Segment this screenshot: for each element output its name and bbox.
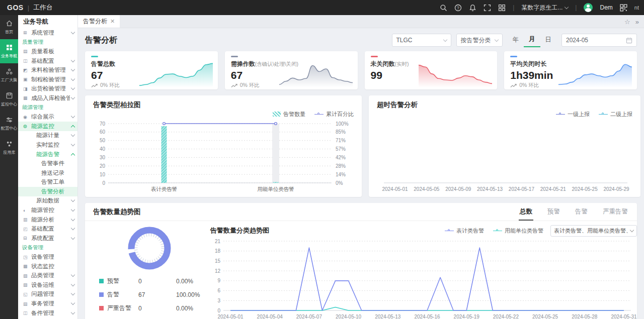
svg-text:2024-05-09: 2024-05-09 xyxy=(445,186,471,192)
tab-close-icon[interactable]: ✕ xyxy=(110,18,115,25)
legend-一级上报[interactable]: 一级上报 xyxy=(556,111,590,118)
help-icon[interactable]: ? xyxy=(454,4,462,12)
svg-text:2024-05-19: 2024-05-19 xyxy=(454,314,480,319)
sliders-icon xyxy=(6,116,13,124)
trend-tab-总数[interactable]: 总数 xyxy=(519,203,533,221)
pareto-chart[interactable]: 70100%6085%5071%4057%3042%2028%1014%00%表… xyxy=(93,119,354,194)
sidebar-item-实时监控[interactable]: 实时监控 xyxy=(18,140,77,150)
svg-text:0: 0 xyxy=(102,180,105,186)
chevron-down-icon xyxy=(71,133,75,137)
rail-item-工厂大脑[interactable]: 工厂大脑 xyxy=(0,63,18,87)
menu-icon: ◰ xyxy=(23,227,29,232)
trend-tab-告警[interactable]: 告警 xyxy=(574,203,589,221)
donut-legend-严重告警[interactable]: 严重告警00.00% xyxy=(99,301,207,315)
classify-select[interactable]: 按告警分类 xyxy=(456,34,503,47)
svg-text:6: 6 xyxy=(217,288,220,293)
chevron-up-icon xyxy=(71,153,75,157)
sidebar-item-设备运维[interactable]: ▨设备运维 xyxy=(18,280,77,290)
star-icon[interactable]: ☆ xyxy=(624,18,630,26)
sidebar-item-基础配置[interactable]: ◰基础配置 xyxy=(18,224,77,234)
sidebar-item-能源告警[interactable]: 能源告警 xyxy=(18,150,77,159)
avatar[interactable] xyxy=(584,3,593,12)
trend-panel: 告警数量趋势图 总数预警告警严重告警 预警00.00%告警67100.00%严重… xyxy=(85,203,637,319)
sidebar-item-系统配置[interactable]: ⊟系统配置 xyxy=(18,234,77,243)
sidebar-item-告警分析[interactable]: 告警分析 xyxy=(18,187,77,196)
svg-text:100%: 100% xyxy=(336,121,349,127)
sidebar-item-状态监控[interactable]: ▩状态监控 xyxy=(18,262,77,271)
apps-grid-icon[interactable] xyxy=(498,4,506,12)
page-title: 告警分析 xyxy=(85,35,117,46)
topbar: GOS | 工作台 ? | 某数字原生工... | Dem nt xyxy=(0,0,644,15)
sidebar-item-系统管理[interactable]: ⊞系统管理 xyxy=(18,28,77,38)
sidebar-item-label: 能源计量 xyxy=(36,132,70,139)
rail-item-监控中心[interactable]: 监控中心 xyxy=(0,87,18,112)
period-option-月[interactable]: 月 xyxy=(524,33,540,47)
sidebar-item-基础配置[interactable]: ◫基础配置 xyxy=(18,56,77,66)
rail-item-业务导航[interactable]: 业务导航 xyxy=(0,39,18,63)
bell-icon[interactable] xyxy=(469,4,476,12)
tab-alarm-analysis[interactable]: 告警分析 ✕ xyxy=(78,15,120,28)
org-switcher[interactable]: 某数字原生工... xyxy=(521,4,568,12)
sidebar-item-备件管理[interactable]: ◫备件管理 xyxy=(18,308,77,318)
rail-item-应用库[interactable]: 应用库 xyxy=(0,136,18,160)
monitor-icon xyxy=(6,92,13,99)
sidebar-item-问题管理[interactable]: ◱问题管理 xyxy=(18,290,77,299)
station-select[interactable]: TLGC xyxy=(392,34,451,47)
sidebar-item-label: 推送记录 xyxy=(41,169,74,177)
sidebar-item-事务管理[interactable]: ▤事务管理 xyxy=(18,299,77,308)
donut-chart[interactable] xyxy=(126,225,173,271)
svg-text:20: 20 xyxy=(100,163,106,169)
svg-text:2024-05-13: 2024-05-13 xyxy=(375,314,401,319)
pareto-panel: 告警类型柏拉图 告警数量 累计百分比 70100%6085%5071%4057%… xyxy=(85,95,362,197)
overtime-chart[interactable]: 2024-05-012024-05-052024-05-092024-05-13… xyxy=(377,119,632,194)
sidebar-item-能源监控[interactable]: ◍能源监控 xyxy=(18,122,77,131)
sidebar-item-原始数据[interactable]: 原始数据 xyxy=(18,196,77,206)
card-accent-dash xyxy=(371,56,378,57)
date-picker[interactable]: 2024-05 xyxy=(561,34,637,47)
chevron-down-icon xyxy=(71,198,75,202)
trend-line-chart[interactable]: 2118151296302024-05-012024-05-042024-05-… xyxy=(210,237,637,319)
fullscreen-icon[interactable] xyxy=(484,4,491,12)
legend-用能单位类告警[interactable]: 用能单位类告警 xyxy=(493,227,543,235)
legend-二级上报[interactable]: 二级上报 xyxy=(599,111,632,118)
sidebar-item-成品入库检验管理[interactable]: ▦成品入库检验管理 xyxy=(18,93,77,103)
sidebar-item-推送记录[interactable]: 推送记录 xyxy=(18,168,77,178)
period-option-年[interactable]: 年 xyxy=(508,34,524,47)
chevron-down-icon xyxy=(71,95,75,99)
legend-表计类告警[interactable]: 表计类告警 xyxy=(445,227,484,235)
divider: | xyxy=(575,4,577,11)
sidebar-item-设备管理[interactable]: ◳设备管理 xyxy=(18,252,77,262)
more-tabs-icon[interactable]: » xyxy=(635,18,639,26)
sidebar-item-能源计量[interactable]: 能源计量 xyxy=(18,131,77,141)
sidebar-item-制程检验管理[interactable]: ▣制程检验管理 xyxy=(18,75,77,84)
qr-code-icon[interactable] xyxy=(620,4,627,12)
search-icon[interactable] xyxy=(440,4,447,12)
svg-text:2024-05-16: 2024-05-16 xyxy=(414,314,440,319)
sidebar-item-综合展示[interactable]: ◉综合展示 xyxy=(18,112,77,122)
svg-text:50: 50 xyxy=(100,138,106,143)
donut-legend-告警[interactable]: 告警67100.00% xyxy=(99,288,207,301)
sidebar-item-质量看板[interactable]: ▤质量看板 xyxy=(18,47,77,56)
sidebar-item-label: 综合展示 xyxy=(31,113,70,121)
rail-item-配置中心[interactable]: 配置中心 xyxy=(0,112,18,136)
menu-icon: ◩ xyxy=(23,68,29,73)
series-select[interactable]: 表计类告警、用能单位类告警、节能 xyxy=(550,225,637,237)
svg-text:2024-05-29: 2024-05-29 xyxy=(603,186,629,192)
period-option-日[interactable]: 日 xyxy=(540,34,557,47)
legend-alarm-count[interactable]: 告警数量 xyxy=(273,111,305,118)
donut-legend-预警[interactable]: 预警00.00% xyxy=(99,274,207,288)
trend-tab-预警[interactable]: 预警 xyxy=(546,203,561,221)
sidebar-item-告警工单[interactable]: 告警工单 xyxy=(18,178,77,187)
sidebar-item-来料检验管理[interactable]: ◩来料检验管理 xyxy=(18,65,77,75)
sidebar-item-品类管理[interactable]: ▧品类管理 xyxy=(18,271,77,280)
sidebar-item-出货检验管理[interactable]: ◨出货检验管理 xyxy=(18,84,77,94)
sidebar-item-能源管控[interactable]: ◐能源管控 xyxy=(18,205,77,215)
trend-title: 告警数量趋势图 xyxy=(93,207,141,217)
rail-item-首页[interactable]: 首页 xyxy=(0,15,18,39)
trend-tab-严重告警[interactable]: 严重告警 xyxy=(602,203,629,221)
home-icon xyxy=(6,20,13,27)
legend-cumulative-pct[interactable]: 累计百分比 xyxy=(314,111,354,118)
sidebar-item-label: 系统管理 xyxy=(31,29,70,37)
sidebar-item-能源分析[interactable]: ▥能源分析 xyxy=(18,215,77,225)
sidebar-item-告警事件[interactable]: 告警事件 xyxy=(18,159,77,168)
